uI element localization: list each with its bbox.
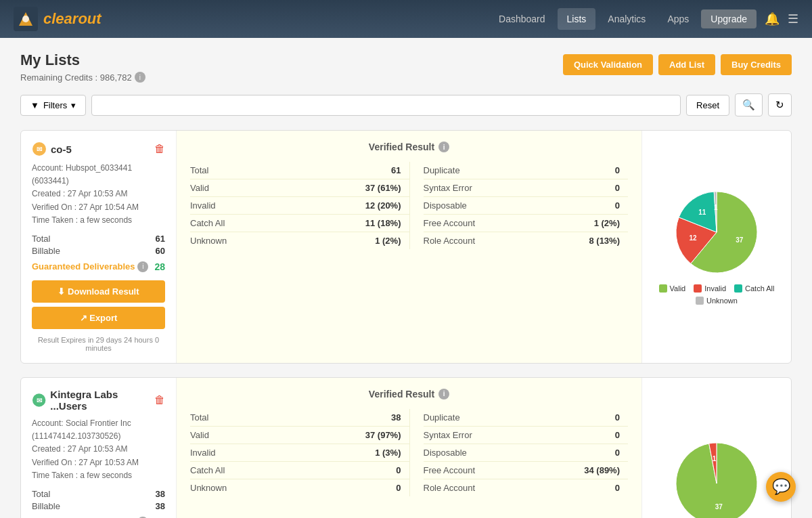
filter-button[interactable]: ▼ Filters ▾	[20, 95, 86, 116]
logo-icon	[14, 7, 38, 31]
verified-row: Syntax Error 0	[424, 179, 629, 197]
verified-row: Disposable 0	[424, 444, 629, 462]
filter-bar: ▼ Filters ▾ Reset 🔍 ↻	[20, 93, 792, 116]
list-cards: ✉ co-5 🗑 Account: Hubspot_6033441 (60334…	[20, 130, 792, 518]
svg-text:37: 37	[715, 504, 723, 511]
list-name-row: ✉ co-5 🗑	[32, 142, 165, 156]
list-meta: Account: Hubspot_6033441 (6033441) Creat…	[32, 162, 165, 227]
svg-text:12: 12	[690, 234, 698, 242]
list-card: ✉ Kintegra Labs ...Users 🗑 Account: Soci…	[20, 377, 792, 518]
list-info: ✉ Kintegra Labs ...Users 🗑 Account: Soci…	[21, 378, 177, 518]
verified-grid: Total 61 Valid 37 (61%) Invalid 12 (20%)…	[190, 162, 628, 249]
add-list-button[interactable]: Add List	[658, 54, 715, 75]
list-stats: Total 61 Billable 60	[32, 234, 165, 256]
verified-info-icon[interactable]: i	[438, 389, 449, 400]
page: My Lists Remaining Credits : 986,782 i Q…	[0, 38, 812, 518]
list-name: ✉ Kintegra Labs ...Users	[32, 389, 154, 412]
verified-row: Unknown 0	[190, 479, 409, 496]
search-input[interactable]	[91, 95, 681, 116]
logo-text: clearout	[43, 10, 102, 28]
list-name-row: ✉ Kintegra Labs ...Users 🗑	[32, 389, 165, 412]
reset-button[interactable]: Reset	[686, 95, 729, 116]
verified-row: Free Account 1 (2%)	[424, 215, 629, 232]
verified-row: Role Account 0	[424, 479, 629, 496]
logo: clearout	[14, 7, 102, 31]
verified-info-icon[interactable]: i	[438, 142, 449, 152]
refresh-icon-button[interactable]: ↻	[768, 93, 792, 116]
verified-row: Valid 37 (97%)	[190, 427, 409, 444]
billable-row: Billable 38	[32, 501, 165, 511]
verified-grid: Total 38 Valid 37 (97%) Invalid 1 (3%) C…	[190, 409, 628, 496]
verified-row: Role Account 8 (13%)	[424, 232, 629, 249]
verified-row: Catch All 11 (18%)	[190, 215, 409, 232]
verified-row: Total 38	[190, 409, 409, 427]
billable-row: Billable 60	[32, 246, 165, 256]
svg-text:11: 11	[698, 209, 706, 216]
delete-icon[interactable]: 🗑	[154, 394, 165, 406]
verified-row: Syntax Error 0	[424, 427, 629, 444]
nav-lists[interactable]: Lists	[558, 8, 596, 30]
verified-row: Invalid 12 (20%)	[190, 197, 409, 215]
verified-left-col: Total 61 Valid 37 (61%) Invalid 12 (20%)…	[190, 162, 409, 249]
verified-row: Valid 37 (61%)	[190, 179, 409, 197]
list-actions: ⬇ Download Result ↗ Export Result Expire…	[32, 280, 165, 352]
pie-chart: 371	[673, 439, 761, 518]
legend-item: Unknown	[696, 297, 738, 305]
nav-dashboard[interactable]: Dashboard	[489, 8, 555, 30]
verified-row: Free Account 34 (89%)	[424, 462, 629, 479]
total-row: Total 38	[32, 489, 165, 499]
verified-row: Total 61	[190, 162, 409, 179]
list-meta: Account: Social Frontier Inc (111474142.…	[32, 417, 165, 482]
menu-icon[interactable]: ☰	[788, 12, 798, 26]
header-buttons: Quick Validation Add List Buy Credits	[563, 54, 792, 75]
legend-item: Invalid	[694, 284, 726, 293]
svg-point-2	[22, 16, 29, 22]
verified-right-col: Duplicate 0 Syntax Error 0 Disposable 0 …	[409, 162, 629, 249]
filter-icon: ▼	[30, 100, 39, 110]
list-icon: ✉	[32, 142, 47, 156]
expire-text: Result Expires in 29 days 24 hours 0 min…	[32, 336, 165, 352]
credits-info-icon[interactable]: i	[135, 72, 145, 83]
delete-icon[interactable]: 🗑	[154, 143, 165, 155]
header-nav: Dashboard Lists Analytics Apps Upgrade 🔔…	[489, 8, 798, 30]
chat-button[interactable]: 💬	[766, 472, 796, 502]
legend-item: Valid	[659, 284, 686, 293]
chart-legend: Valid Invalid Catch All Unknown	[653, 284, 780, 305]
verified-row: Disposable 0	[424, 197, 629, 215]
verified-left-col: Total 38 Valid 37 (97%) Invalid 1 (3%) C…	[190, 409, 409, 496]
verified-row: Invalid 1 (3%)	[190, 444, 409, 462]
svg-text:✉: ✉	[37, 146, 43, 153]
page-title-section: My Lists Remaining Credits : 986,782 i	[20, 51, 145, 83]
verified-section: Verified Result i Total 61 Valid 37 (61%…	[177, 131, 642, 363]
page-header-row: My Lists Remaining Credits : 986,782 i Q…	[20, 51, 792, 83]
nav-analytics[interactable]: Analytics	[598, 8, 655, 30]
verified-row: Duplicate 0	[424, 162, 629, 179]
verified-row: Duplicate 0	[424, 409, 629, 427]
guaranteed-deliverables-row: Guaranteed Deliverables i 28	[32, 261, 165, 272]
nav-apps[interactable]: Apps	[658, 8, 698, 30]
verified-title: Verified Result i	[190, 389, 628, 400]
guaranteed-info-icon[interactable]: i	[137, 261, 148, 272]
remaining-credits: Remaining Credits : 986,782 i	[20, 72, 145, 83]
page-title: My Lists	[20, 51, 145, 69]
verified-right-col: Duplicate 0 Syntax Error 0 Disposable 0 …	[409, 409, 629, 496]
nav-icons: 🔔 ☰	[765, 12, 798, 26]
header: clearout Dashboard Lists Analytics Apps …	[0, 0, 812, 38]
export-button[interactable]: ↗ Export	[32, 307, 165, 329]
buy-credits-button[interactable]: Buy Credits	[721, 54, 792, 75]
chart-section: 371 Valid Invalid Catch All Unknown	[642, 378, 791, 518]
list-name: ✉ co-5	[32, 142, 72, 156]
verified-title: Verified Result i	[190, 142, 628, 152]
download-result-button[interactable]: ⬇ Download Result	[32, 280, 165, 303]
legend-item: Catch All	[734, 284, 774, 293]
verified-row: Unknown 1 (2%)	[190, 232, 409, 249]
svg-text:1: 1	[714, 204, 718, 211]
svg-text:✉: ✉	[37, 397, 43, 404]
pie-chart: 3712111	[673, 188, 761, 276]
filter-caret-icon: ▾	[71, 100, 76, 110]
bell-icon[interactable]: 🔔	[765, 12, 780, 26]
quick-validation-button[interactable]: Quick Validation	[563, 54, 653, 75]
nav-upgrade[interactable]: Upgrade	[701, 9, 757, 28]
search-icon-button[interactable]: 🔍	[735, 93, 763, 116]
list-stats: Total 38 Billable 38	[32, 489, 165, 511]
